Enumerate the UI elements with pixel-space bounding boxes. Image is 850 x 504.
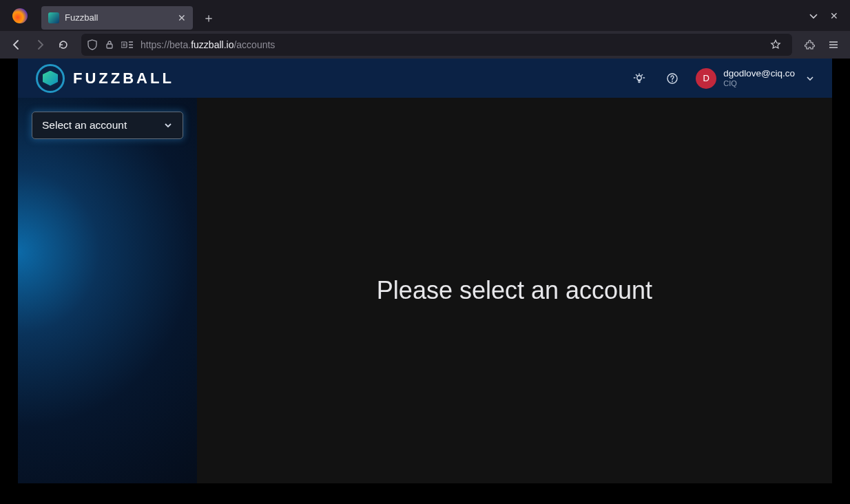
extensions-button[interactable]	[799, 34, 821, 56]
user-org: CIQ	[723, 79, 795, 87]
logo-mark	[36, 64, 65, 93]
browser-toolbar: https://beta.fuzzball.io/accounts	[0, 31, 850, 59]
site-security[interactable]	[87, 39, 134, 50]
hamburger-icon	[828, 39, 839, 50]
help-button[interactable]	[660, 66, 685, 91]
url-text: https://beta.fuzzball.io/accounts	[141, 39, 758, 50]
lightbulb-icon	[633, 72, 645, 85]
logo-text: FUZZBALL	[73, 70, 174, 87]
puzzle-icon	[805, 39, 816, 50]
app-logo[interactable]: FUZZBALL	[18, 59, 197, 98]
main-content: Please select an account	[197, 98, 832, 483]
window-close-button[interactable]: ✕	[824, 6, 844, 26]
account-select[interactable]: Select an account	[32, 112, 183, 139]
back-button[interactable]	[6, 34, 28, 56]
svg-rect-1	[121, 42, 127, 48]
new-tab-button[interactable]: ＋	[198, 8, 219, 28]
browser-window: Fuzzball ✕ ＋ ✕ https://beta.fuzzball	[0, 0, 850, 504]
tab-close-button[interactable]: ✕	[178, 12, 186, 23]
app-viewport: FUZZBALL D	[18, 59, 832, 483]
url-path: /accounts	[234, 39, 275, 50]
svg-point-4	[672, 81, 673, 82]
svg-rect-0	[107, 44, 112, 48]
firefox-icon	[12, 8, 28, 23]
list-all-tabs-button[interactable]	[803, 6, 824, 26]
app-header: FUZZBALL D	[18, 59, 832, 98]
chevron-down-icon	[802, 74, 817, 83]
select-account-prompt: Please select an account	[377, 276, 652, 305]
tab-title: Fuzzball	[65, 12, 172, 23]
url-bar[interactable]: https://beta.fuzzball.io/accounts	[81, 34, 792, 56]
star-icon	[770, 39, 781, 50]
shield-icon	[87, 39, 98, 50]
forward-button[interactable]	[29, 34, 51, 56]
help-icon	[666, 72, 678, 85]
permissions-icon	[121, 40, 134, 50]
avatar: D	[696, 68, 716, 89]
url-host: fuzzball.io	[191, 39, 234, 50]
url-prefix: https://beta.	[141, 39, 191, 50]
sidebar: Select an account	[18, 98, 197, 483]
logo-hex-icon	[43, 71, 58, 86]
firefox-menu-button[interactable]	[0, 0, 40, 31]
user-info: dgodlove@ciq.co CIQ	[723, 69, 795, 87]
reload-button[interactable]	[52, 34, 74, 56]
chevron-down-icon	[163, 120, 173, 130]
account-select-label: Select an account	[42, 119, 127, 132]
user-email: dgodlove@ciq.co	[723, 69, 795, 79]
user-menu[interactable]: D dgodlove@ciq.co CIQ	[693, 65, 820, 92]
tab-favicon	[48, 12, 59, 23]
browser-tab[interactable]: Fuzzball ✕	[41, 6, 193, 30]
avatar-initial: D	[703, 73, 709, 83]
bookmark-button[interactable]	[765, 34, 787, 56]
theme-toggle-button[interactable]	[627, 66, 652, 91]
svg-point-2	[637, 75, 641, 79]
tab-strip: Fuzzball ✕ ＋ ✕	[0, 0, 850, 31]
lock-icon	[105, 40, 114, 50]
app-body: Select an account Please select an accou…	[18, 98, 832, 483]
app-menu-button[interactable]	[822, 34, 844, 56]
